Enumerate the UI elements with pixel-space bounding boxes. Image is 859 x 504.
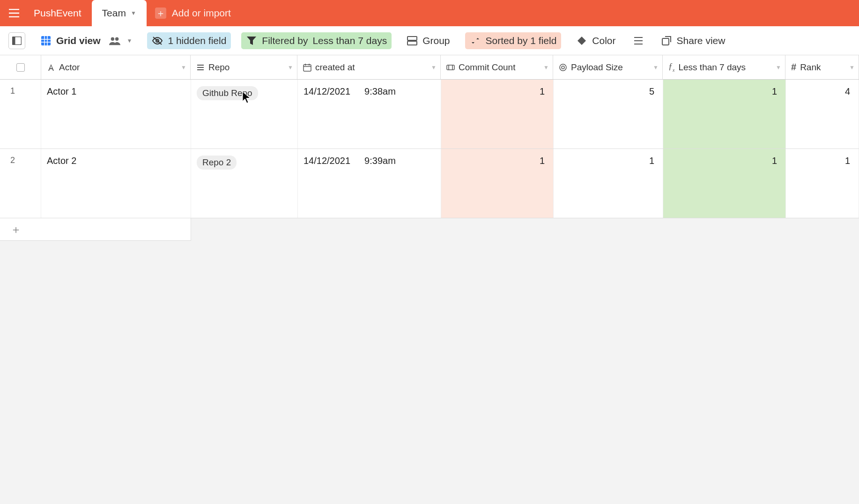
cell-less-than-7-days[interactable]: 1: [663, 149, 786, 218]
col-payload-size[interactable]: Payload Size ▼: [553, 55, 663, 79]
cell-created-at[interactable]: 14/12/2021 9:38am: [298, 80, 441, 148]
svg-rect-6: [407, 37, 417, 40]
time-value: 9:39am: [364, 156, 396, 211]
date-value: 14/12/2021: [304, 156, 350, 211]
chevron-down-icon[interactable]: ▼: [653, 64, 659, 71]
tab-pushevent[interactable]: PushEvent: [23, 0, 92, 26]
col-commit-count[interactable]: Commit Count ▼: [441, 55, 553, 79]
eye-off-icon: [152, 35, 163, 46]
view-label: Grid view: [56, 35, 101, 46]
view-switcher[interactable]: Grid view ▼: [36, 32, 137, 49]
cell-created-at[interactable]: 14/12/2021 9:39am: [298, 149, 441, 218]
col-less-than-7-days[interactable]: ƒx Less than 7 days ▼: [663, 55, 785, 79]
share-view-button[interactable]: Share view: [656, 32, 730, 49]
cell-actor[interactable]: Actor 1: [41, 80, 191, 148]
chevron-down-icon[interactable]: ▼: [849, 64, 855, 71]
svg-rect-2: [41, 36, 51, 45]
tab-label: Team: [102, 7, 126, 19]
payload-value: 5: [649, 86, 654, 142]
row-height-button[interactable]: [631, 32, 646, 49]
svg-rect-8: [662, 38, 669, 45]
rank-value: 1: [845, 156, 850, 211]
cell-payload-size[interactable]: 1: [554, 149, 663, 218]
plus-icon: ＋: [155, 7, 166, 19]
row-number[interactable]: 2: [0, 149, 41, 218]
svg-point-3: [111, 37, 114, 40]
sort-icon: [470, 35, 481, 46]
table-row[interactable]: 1 Actor 1 Github Repo 14/12/2021 9:38am …: [0, 80, 859, 149]
svg-rect-9: [304, 65, 311, 71]
chevron-down-icon[interactable]: ▼: [288, 64, 293, 71]
sort-label: Sorted by 1 field: [486, 35, 557, 46]
filter-prefix: Filtered by: [262, 35, 308, 46]
share-label: Share view: [677, 35, 726, 46]
cell-repo[interactable]: Repo 2: [191, 149, 298, 218]
row-height-icon: [633, 35, 644, 46]
link-type-icon: [196, 64, 205, 71]
col-label: created at: [315, 62, 355, 73]
filter-icon: [246, 35, 257, 46]
add-row-button[interactable]: ＋: [0, 218, 191, 241]
col-label: Actor: [59, 62, 80, 73]
cell-payload-size[interactable]: 5: [554, 80, 663, 148]
row-number[interactable]: 1: [0, 80, 41, 148]
rollup-icon: [559, 63, 567, 72]
col-actor[interactable]: Actor ▼: [41, 55, 191, 79]
col-label: Repo: [208, 62, 230, 73]
formula-icon: ƒx: [668, 62, 674, 73]
cell-rank[interactable]: 1: [786, 149, 859, 218]
select-all-header[interactable]: [0, 55, 41, 79]
menu-button[interactable]: [5, 4, 23, 22]
chevron-down-icon[interactable]: ▼: [776, 64, 781, 71]
rollup-icon: [446, 63, 455, 72]
chevron-down-icon[interactable]: ▼: [543, 64, 549, 71]
tab-team[interactable]: Team ▼: [92, 0, 147, 26]
svg-rect-1: [13, 37, 15, 44]
chevron-down-icon: ▼: [131, 10, 136, 16]
actor-value: Actor 2: [47, 156, 76, 211]
tab-label: PushEvent: [34, 7, 81, 19]
table-row[interactable]: 2 Actor 2 Repo 2 14/12/2021 9:39am 1 1 1…: [0, 149, 859, 218]
hamburger-icon: [9, 9, 19, 17]
data-grid: Actor ▼ Repo ▼ created at ▼ Commit Count…: [0, 55, 859, 504]
less7-value: 1: [772, 156, 777, 211]
col-created-at[interactable]: created at ▼: [297, 55, 441, 79]
add-or-import-button[interactable]: ＋ Add or import: [155, 7, 231, 19]
cell-rank[interactable]: 4: [786, 80, 859, 148]
filter-button[interactable]: Filtered by Less than 7 days: [241, 32, 392, 49]
col-label: Payload Size: [571, 62, 623, 73]
col-label: Commit Count: [459, 62, 515, 73]
group-button[interactable]: Group: [402, 32, 454, 49]
group-icon: [407, 35, 418, 46]
time-value: 9:38am: [364, 86, 396, 142]
color-icon: [576, 35, 587, 46]
actor-value: Actor 1: [47, 86, 76, 142]
calendar-icon: [303, 63, 311, 72]
commit-value: 1: [540, 156, 545, 211]
chevron-down-icon[interactable]: ▼: [181, 64, 186, 71]
plus-icon: ＋: [10, 222, 22, 237]
number-icon: #: [791, 62, 796, 73]
col-rank[interactable]: # Rank ▼: [785, 55, 859, 79]
cell-actor[interactable]: Actor 2: [41, 149, 191, 218]
group-label: Group: [422, 35, 450, 46]
repo-chip[interactable]: Github Repo: [197, 86, 258, 100]
cell-less-than-7-days[interactable]: 1: [663, 80, 786, 148]
color-label: Color: [592, 35, 615, 46]
col-label: Rank: [800, 62, 821, 73]
cell-commit-count[interactable]: 1: [441, 149, 554, 218]
hidden-fields-button[interactable]: 1 hidden field: [147, 32, 231, 49]
sort-button[interactable]: Sorted by 1 field: [465, 32, 562, 49]
sidebar-toggle-button[interactable]: [8, 32, 25, 49]
svg-point-11: [560, 64, 566, 71]
col-repo[interactable]: Repo ▼: [191, 55, 297, 79]
col-label: Less than 7 days: [678, 62, 746, 73]
repo-chip[interactable]: Repo 2: [197, 156, 237, 170]
checkbox-icon: [16, 63, 25, 72]
cell-commit-count[interactable]: 1: [441, 80, 554, 148]
share-icon: [661, 35, 672, 46]
cell-repo[interactable]: Github Repo: [191, 80, 298, 148]
view-toolbar: Grid view ▼ 1 hidden field Filtered by L…: [0, 26, 859, 55]
chevron-down-icon[interactable]: ▼: [431, 64, 437, 71]
color-button[interactable]: Color: [571, 32, 620, 49]
